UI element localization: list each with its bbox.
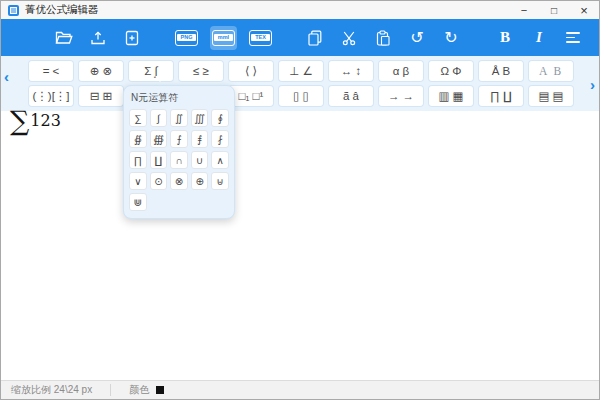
symbol-row-1: = < ⊕ ⊗ Σ ∫ ≤ ≥ ⟨ ⟩ ⊥ ∠ ↔ ↕ α β Ω Φ Å B … — [29, 61, 599, 81]
formula-digits: 123 — [30, 111, 61, 130]
nary-symbol-double-integral[interactable]: ∬ — [170, 109, 188, 127]
nary-symbol-coproduct[interactable]: ∐ — [150, 151, 168, 169]
zoom-ratio-label: 缩放比例 24\24 px — [11, 383, 92, 397]
copy-button[interactable] — [304, 25, 326, 51]
nary-symbol-circled-dot[interactable]: ⊙ — [150, 172, 168, 190]
popup-symbol-grid: ∑ ∫ ∬ ∭ ∮ ∯ ∰ ⨍ ⨎ ⨏ ∏ ∐ ∩ ∪ ∧ ∨ ⊙ ⊗ ⊕ ⊎ … — [129, 109, 229, 211]
category-letter-styles[interactable]: A B — [529, 61, 573, 81]
nary-symbol-logical-and[interactable]: ∧ — [211, 151, 229, 169]
category-arrows[interactable]: ↔ ↕ — [329, 61, 373, 81]
category-scripts[interactable]: □₁ □¹ — [229, 86, 273, 106]
tex-badge-icon: TEX — [249, 30, 272, 46]
undo-icon: ↺ — [410, 30, 423, 46]
nary-symbol-circled-plus[interactable]: ⊕ — [191, 172, 209, 190]
color-swatch[interactable] — [156, 386, 164, 394]
format-group: B I — [488, 25, 600, 51]
upload-icon — [90, 30, 106, 46]
category-greek-uppercase[interactable]: Ω Φ — [429, 61, 473, 81]
category-circled-operators[interactable]: ⊕ ⊗ — [79, 61, 123, 81]
formula-content[interactable]: ∑123 — [10, 105, 61, 136]
open-button[interactable] — [53, 25, 75, 51]
category-nary-operators[interactable]: Σ ∫ — [129, 61, 173, 81]
save-button[interactable] — [87, 25, 109, 51]
formula-sum-symbol: ∑ — [10, 105, 29, 136]
clipboard-icon — [375, 30, 391, 46]
nary-symbol-double-union[interactable]: ⋓ — [129, 193, 147, 211]
italic-label: I — [536, 29, 542, 46]
nary-symbol-surface-integral[interactable]: ∯ — [129, 130, 147, 148]
titlebar: 菁优公式编辑器 − □ × — [1, 1, 599, 19]
export-mml-button[interactable]: mml — [210, 26, 237, 50]
category-geometry[interactable]: ⊥ ∠ — [279, 61, 323, 81]
nary-symbol-triple-integral[interactable]: ∭ — [191, 109, 209, 127]
minimize-button[interactable]: − — [509, 1, 539, 19]
app-window: 菁优公式编辑器 − □ × — [0, 0, 600, 400]
bold-label: B — [500, 29, 510, 46]
new-file-button[interactable] — [121, 25, 143, 51]
nary-symbol-union[interactable]: ∪ — [191, 151, 209, 169]
nary-operators-popup: N元运算符 ∑ ∫ ∬ ∭ ∮ ∯ ∰ ⨍ ⨎ ⨏ ∏ ∐ ∩ ∪ ∧ ∨ ⊙ … — [123, 85, 235, 219]
category-inequalities[interactable]: ≤ ≥ — [179, 61, 223, 81]
nary-symbol-contour-integral[interactable]: ∮ — [211, 109, 229, 127]
italic-button[interactable]: I — [528, 25, 550, 51]
category-matrices[interactable]: ▥ ▦ — [429, 86, 473, 106]
category-greek-lowercase[interactable]: α β — [379, 61, 423, 81]
file-group — [47, 25, 149, 51]
export-tex-button[interactable]: TEX — [249, 25, 272, 51]
new-file-icon — [124, 30, 140, 46]
bold-button[interactable]: B — [494, 25, 516, 51]
export-png-button[interactable]: PNG — [175, 25, 198, 51]
nary-symbol-union-plus[interactable]: ⊎ — [211, 172, 229, 190]
paste-button[interactable] — [372, 25, 394, 51]
category-accented-letters[interactable]: Å B — [479, 61, 523, 81]
category-products-limits[interactable]: ∏ ∐ — [479, 86, 523, 106]
copy-icon — [307, 30, 323, 46]
png-badge-icon: PNG — [175, 30, 198, 46]
maximize-button[interactable]: □ — [539, 1, 569, 19]
redo-icon: ↻ — [444, 30, 457, 46]
main-toolbar: PNG mml TEX — [1, 19, 599, 56]
nary-symbol-circled-times[interactable]: ⊗ — [170, 172, 188, 190]
nary-symbol-product[interactable]: ∏ — [129, 151, 147, 169]
export-group: PNG mml TEX — [169, 25, 278, 51]
folder-open-icon — [55, 30, 73, 45]
symbol-category-bar: ‹ › = < ⊕ ⊗ Σ ∫ ≤ ≥ ⟨ ⟩ ⊥ ∠ ↔ ↕ α β Ω Φ … — [1, 56, 599, 111]
nary-symbol-logical-or[interactable]: ∨ — [129, 172, 147, 190]
undo-button[interactable]: ↺ — [406, 25, 428, 51]
category-labeled-arrows[interactable]: → → — [379, 86, 423, 106]
app-icon — [8, 5, 19, 16]
nary-symbol-volume-integral[interactable]: ∰ — [150, 130, 168, 148]
scroll-right-chevron-icon[interactable]: › — [590, 77, 595, 92]
category-accents[interactable]: ã â — [329, 86, 373, 106]
nary-symbol-intersection[interactable]: ∩ — [170, 151, 188, 169]
edit-group: ↺ ↻ — [298, 25, 468, 51]
scissors-icon — [341, 30, 357, 46]
popup-title: N元运算符 — [131, 91, 229, 105]
redo-button[interactable]: ↻ — [440, 25, 462, 51]
category-boxes[interactable]: ▯ ▯ — [279, 86, 323, 106]
align-left-icon — [566, 32, 580, 42]
align-center-button[interactable] — [596, 25, 600, 51]
mml-badge-icon: mml — [212, 30, 235, 46]
nary-symbol-integral-average[interactable]: ⨏ — [211, 130, 229, 148]
nary-symbol-sum[interactable]: ∑ — [129, 109, 147, 127]
statusbar-separator — [110, 384, 111, 396]
category-equals-relations[interactable]: = < — [29, 61, 73, 81]
nary-symbol-integral[interactable]: ∫ — [150, 109, 168, 127]
color-control[interactable]: 颜色 — [129, 383, 164, 397]
category-striped-boxes[interactable]: ▤ ▤ — [529, 86, 573, 106]
nary-symbol-finite-part-integral[interactable]: ⨍ — [170, 130, 188, 148]
close-button[interactable]: × — [569, 1, 599, 19]
symbol-row-2: (⋮)[⋮] ⊟ ⊞ □₁ □¹ ▯ ▯ ã â → → ▥ ▦ ∏ ∐ ▤ ▤ — [29, 86, 599, 106]
window-title: 菁优公式编辑器 — [25, 3, 99, 17]
color-label: 颜色 — [129, 383, 149, 397]
align-left-button[interactable] — [562, 25, 584, 51]
statusbar: 缩放比例 24\24 px 颜色 — [1, 380, 599, 399]
category-fences[interactable]: (⋮)[⋮] — [29, 86, 73, 106]
scroll-left-chevron-icon[interactable]: ‹ — [4, 69, 9, 84]
cut-button[interactable] — [338, 25, 360, 51]
nary-symbol-integral-double-stroke[interactable]: ⨎ — [191, 130, 209, 148]
category-angle-brackets[interactable]: ⟨ ⟩ — [229, 61, 273, 81]
category-fractions[interactable]: ⊟ ⊞ — [79, 86, 123, 106]
formula-canvas[interactable]: ∑123 — [1, 111, 599, 380]
